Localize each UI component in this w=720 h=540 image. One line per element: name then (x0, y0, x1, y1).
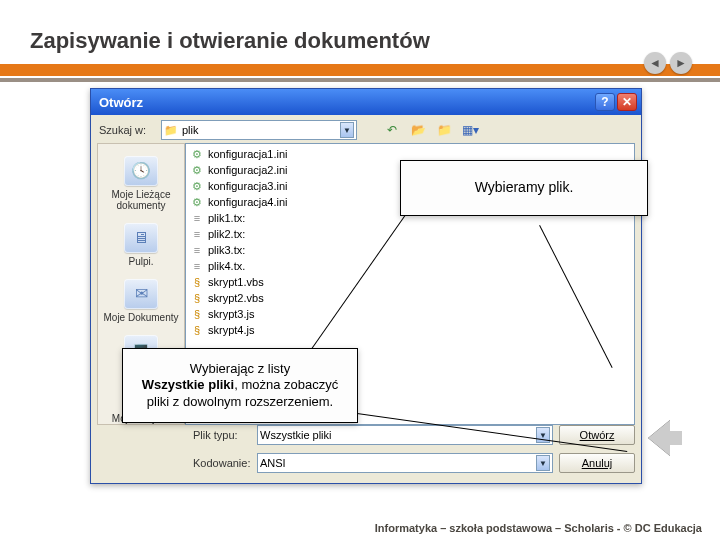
file-item[interactable]: §skrypt4.js (188, 322, 632, 338)
file-icon: § (190, 323, 204, 337)
lookin-value: plik (182, 124, 199, 136)
file-icon: ≡ (190, 243, 204, 257)
open-dialog: Otwórz ? ✕ Szukaj w: 📁 plik ▼ ↶ 📂 📁 ▦▾ 🕓… (90, 88, 642, 484)
file-name: konfiguracja2.ini (208, 164, 288, 176)
file-icon: § (190, 291, 204, 305)
file-icon: ⚙ (190, 179, 204, 193)
encoding-value: ANSI (260, 457, 286, 469)
place-icon: 🖥 (124, 223, 158, 253)
back-icon[interactable]: ↶ (383, 121, 401, 139)
cancel-button[interactable]: Anuluj (559, 453, 635, 473)
slide-title: Zapisywanie i otwieranie dokumentów (0, 0, 720, 64)
chevron-down-icon[interactable]: ▼ (340, 122, 354, 138)
next-slide-icon[interactable]: ► (670, 52, 692, 74)
file-item[interactable]: §skrypt2.vbs (188, 290, 632, 306)
slide-footer: Informatyka – szkoła podstawowa – Schola… (375, 522, 702, 534)
place-label: Moje Dokumenty (103, 312, 178, 323)
views-icon[interactable]: ▦▾ (461, 121, 479, 139)
filetype-value: Wszystkie pliki (260, 429, 332, 441)
callout-all-files: Wybierając z listy Wszystkie pliki, możn… (122, 348, 358, 423)
places-item[interactable]: 🖥Pulpi. (124, 223, 158, 267)
file-name: plik1.tx: (208, 212, 245, 224)
file-icon: § (190, 307, 204, 321)
file-item[interactable]: §skrypt3.js (188, 306, 632, 322)
file-name: konfiguracja3.ini (208, 180, 288, 192)
folder-icon: 📁 (164, 124, 178, 137)
file-icon: ⚙ (190, 195, 204, 209)
encoding-label: Kodowanie: (191, 457, 251, 469)
help-button[interactable]: ? (595, 93, 615, 111)
file-name: plik3.tx: (208, 244, 245, 256)
encoding-combo[interactable]: ANSI ▼ (257, 453, 553, 473)
places-item[interactable]: ✉Moje Dokumenty (103, 279, 178, 323)
place-label: Pulpi. (128, 256, 153, 267)
divider (0, 78, 720, 82)
callout-text-bold: Wszystkie pliki (142, 377, 234, 392)
file-icon: § (190, 275, 204, 289)
file-icon: ≡ (190, 227, 204, 241)
up-folder-icon[interactable]: 📂 (409, 121, 427, 139)
file-icon: ≡ (190, 259, 204, 273)
dialog-title: Otwórz (95, 95, 593, 110)
file-name: konfiguracja4.ini (208, 196, 288, 208)
file-name: skrypt1.vbs (208, 276, 264, 288)
file-name: skrypt3.js (208, 308, 254, 320)
places-item[interactable]: 🕓Moje Lieżące dokumenty (98, 156, 184, 211)
file-name: skrypt2.vbs (208, 292, 264, 304)
lookin-label: Szukaj w: (99, 124, 155, 136)
file-item[interactable]: ≡plik3.tx: (188, 242, 632, 258)
file-icon: ≡ (190, 211, 204, 225)
file-item[interactable]: ≡plik4.tx. (188, 258, 632, 274)
place-icon: 🕓 (124, 156, 158, 186)
new-folder-icon[interactable]: 📁 (435, 121, 453, 139)
filetype-label: Plik typu: (191, 429, 251, 441)
file-icon: ⚙ (190, 163, 204, 177)
close-button[interactable]: ✕ (617, 93, 637, 111)
titlebar: Otwórz ? ✕ (91, 89, 641, 115)
callout-select-file: Wybieramy plik. (400, 160, 648, 216)
file-item[interactable]: ≡plik2.tx: (188, 226, 632, 242)
file-name: skrypt4.js (208, 324, 254, 336)
chevron-down-icon[interactable]: ▼ (536, 455, 550, 471)
place-icon: ✉ (124, 279, 158, 309)
file-name: plik4.tx. (208, 260, 245, 272)
accent-bar (0, 64, 720, 76)
prev-slide-icon[interactable]: ◄ (644, 52, 666, 74)
nav-arrows: ◄ ► (644, 52, 692, 74)
place-label: Moje Lieżące dokumenty (98, 189, 184, 211)
attention-arrow-icon (648, 420, 682, 456)
file-name: plik2.tx: (208, 228, 245, 240)
lookin-combo[interactable]: 📁 plik ▼ (161, 120, 357, 140)
callout-text: Wybierając z listy (190, 361, 290, 376)
file-name: konfiguracja1.ini (208, 148, 288, 160)
file-icon: ⚙ (190, 147, 204, 161)
